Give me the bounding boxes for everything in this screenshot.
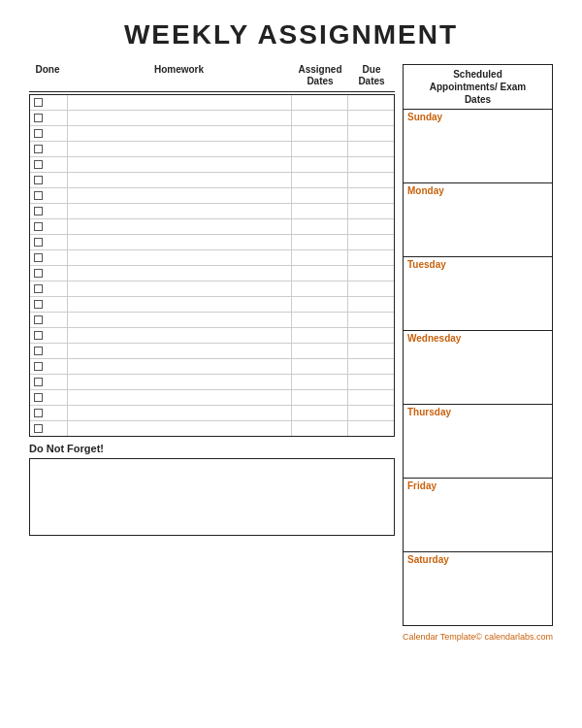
day-friday-label: Friday [404,479,552,493]
due-cell[interactable] [347,313,394,327]
due-cell[interactable] [347,266,394,281]
day-saturday-content[interactable] [404,567,552,625]
checkbox[interactable] [34,222,43,231]
homework-cell[interactable] [67,344,291,358]
due-cell[interactable] [347,235,394,249]
day-monday-content[interactable] [404,198,552,256]
homework-cell[interactable] [67,406,291,420]
assigned-cell[interactable] [291,95,347,110]
assigned-cell[interactable] [291,157,347,172]
homework-cell[interactable] [67,111,291,125]
due-cell[interactable] [347,111,394,125]
due-cell[interactable] [347,297,394,312]
due-cell[interactable] [347,188,394,203]
assigned-cell[interactable] [291,297,347,312]
due-cell[interactable] [347,126,394,141]
checkbox[interactable] [34,347,43,355]
assigned-cell[interactable] [291,281,347,296]
assigned-cell[interactable] [291,359,347,374]
checkbox[interactable] [34,129,43,138]
checkbox[interactable] [34,145,43,153]
table-row [30,406,394,421]
due-cell[interactable] [347,142,394,156]
due-cell[interactable] [347,157,394,172]
checkbox[interactable] [34,300,43,309]
day-friday-content[interactable] [404,493,552,551]
checkbox[interactable] [34,315,43,324]
assigned-cell[interactable] [291,375,347,389]
assigned-cell[interactable] [291,421,347,436]
checkbox[interactable] [34,253,43,262]
due-cell[interactable] [347,375,394,389]
due-cell[interactable] [347,95,394,110]
homework-cell[interactable] [67,95,291,110]
checkbox[interactable] [34,362,43,371]
assigned-cell[interactable] [291,204,347,218]
checkbox[interactable] [34,114,43,122]
due-cell[interactable] [347,219,394,234]
homework-cell[interactable] [67,235,291,249]
assigned-cell[interactable] [291,126,347,141]
homework-cell[interactable] [67,250,291,265]
table-row [30,157,394,173]
checkbox[interactable] [34,409,43,417]
checkbox[interactable] [34,191,43,200]
due-cell[interactable] [347,250,394,265]
assigned-cell[interactable] [291,406,347,420]
footer-text: Calendar Template© calendarlabs.com [29,632,553,642]
checkbox[interactable] [34,98,43,107]
due-cell[interactable] [347,390,394,405]
checkbox[interactable] [34,176,43,184]
homework-cell[interactable] [67,126,291,141]
due-cell[interactable] [347,204,394,218]
assigned-cell[interactable] [291,328,347,343]
assigned-cell[interactable] [291,313,347,327]
due-cell[interactable] [347,173,394,187]
homework-cell[interactable] [67,188,291,203]
checkbox[interactable] [34,207,43,215]
homework-cell[interactable] [67,219,291,234]
checkbox[interactable] [34,269,43,278]
homework-cell[interactable] [67,266,291,281]
due-cell[interactable] [347,344,394,358]
homework-cell[interactable] [67,390,291,405]
checkbox[interactable] [34,160,43,169]
homework-cell[interactable] [67,375,291,389]
due-cell[interactable] [347,421,394,436]
day-thursday-content[interactable] [404,419,552,478]
checkbox[interactable] [34,378,43,386]
assigned-cell[interactable] [291,390,347,405]
due-cell[interactable] [347,328,394,343]
due-cell[interactable] [347,406,394,420]
checkbox[interactable] [34,238,43,247]
assigned-cell[interactable] [291,235,347,249]
due-cell[interactable] [347,281,394,296]
homework-cell[interactable] [67,421,291,436]
assigned-cell[interactable] [291,173,347,187]
assigned-cell[interactable] [291,266,347,281]
assigned-cell[interactable] [291,142,347,156]
checkbox[interactable] [34,393,43,402]
homework-cell[interactable] [67,313,291,327]
assigned-cell[interactable] [291,188,347,203]
homework-cell[interactable] [67,297,291,312]
homework-cell[interactable] [67,204,291,218]
homework-cell[interactable] [67,281,291,296]
due-cell[interactable] [347,359,394,374]
homework-cell[interactable] [67,328,291,343]
checkbox[interactable] [34,331,43,340]
day-sunday-content[interactable] [404,124,552,182]
homework-cell[interactable] [67,173,291,187]
checkbox[interactable] [34,424,43,433]
do-not-forget-box[interactable] [29,458,395,536]
day-wednesday-content[interactable] [404,346,552,404]
checkbox[interactable] [34,284,43,293]
assigned-cell[interactable] [291,344,347,358]
homework-cell[interactable] [67,359,291,374]
day-tuesday-content[interactable] [404,272,552,330]
assigned-cell[interactable] [291,219,347,234]
assigned-cell[interactable] [291,250,347,265]
homework-cell[interactable] [67,142,291,156]
assigned-cell[interactable] [291,111,347,125]
homework-cell[interactable] [67,157,291,172]
